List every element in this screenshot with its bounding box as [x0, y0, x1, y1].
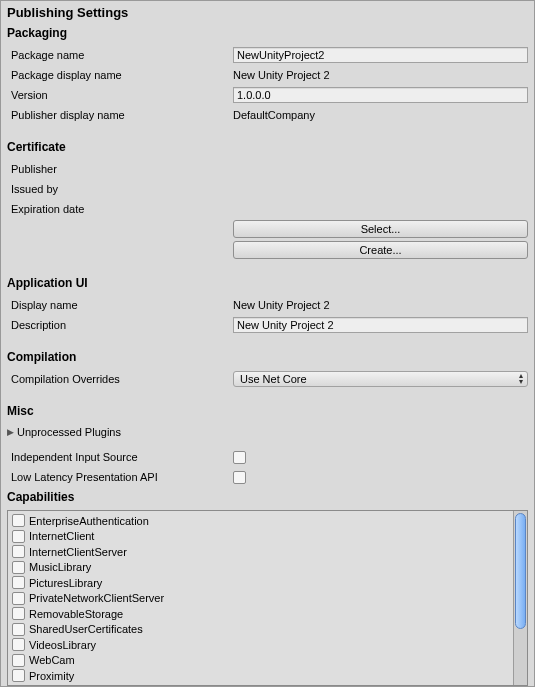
section-certificate-title: Certificate	[7, 140, 528, 154]
dropdown-arrows-icon: ▴▾	[519, 373, 523, 385]
capability-item: VideosLibrary	[12, 637, 511, 653]
cert-issued-by-label: Issued by	[7, 183, 233, 195]
capability-label: WebCam	[29, 654, 75, 666]
capability-checkbox[interactable]	[12, 561, 25, 574]
capability-item: InternetClient	[12, 529, 511, 545]
capability-item: Proximity	[12, 668, 511, 684]
version-label: Version	[7, 89, 233, 101]
capability-checkbox[interactable]	[12, 607, 25, 620]
package-display-name-label: Package display name	[7, 69, 233, 81]
capability-checkbox[interactable]	[12, 514, 25, 527]
capability-label: InternetClientServer	[29, 546, 127, 558]
appui-description-field[interactable]	[233, 317, 528, 333]
capability-label: PrivateNetworkClientServer	[29, 592, 164, 604]
version-field[interactable]	[233, 87, 528, 103]
publisher-display-name-value: DefaultCompany	[233, 109, 528, 121]
compilation-overrides-label: Compilation Overrides	[7, 373, 233, 385]
section-misc-title: Misc	[7, 404, 528, 418]
capability-checkbox[interactable]	[12, 654, 25, 667]
capability-item: PrivateNetworkClientServer	[12, 591, 511, 607]
certificate-select-button[interactable]: Select...	[233, 220, 528, 238]
independent-input-checkbox[interactable]	[233, 451, 246, 464]
panel-title: Publishing Settings	[7, 5, 528, 20]
appui-display-name-value: New Unity Project 2	[233, 299, 528, 311]
capability-checkbox[interactable]	[12, 530, 25, 543]
compilation-overrides-dropdown[interactable]: Use Net Core ▴▾	[233, 371, 528, 387]
scrollbar-thumb[interactable]	[515, 513, 526, 629]
independent-input-label: Independent Input Source	[7, 451, 233, 463]
capability-label: VideosLibrary	[29, 639, 96, 651]
package-name-label: Package name	[7, 49, 233, 61]
certificate-create-button[interactable]: Create...	[233, 241, 528, 259]
package-display-name-value: New Unity Project 2	[233, 69, 528, 81]
low-latency-checkbox[interactable]	[233, 471, 246, 484]
section-compilation-title: Compilation	[7, 350, 528, 364]
compilation-overrides-value: Use Net Core	[240, 373, 307, 385]
capability-item: EnterpriseAuthentication	[12, 513, 511, 529]
capability-label: SharedUserCertificates	[29, 623, 143, 635]
cert-expiration-label: Expiration date	[7, 203, 233, 215]
capability-label: EnterpriseAuthentication	[29, 515, 149, 527]
publisher-display-name-label: Publisher display name	[7, 109, 233, 121]
capability-item: RemovableStorage	[12, 606, 511, 622]
capability-label: MusicLibrary	[29, 561, 91, 573]
capability-checkbox[interactable]	[12, 623, 25, 636]
foldout-triangle-icon: ▶	[7, 428, 17, 437]
unprocessed-plugins-foldout[interactable]: ▶ Unprocessed Plugins	[7, 424, 528, 440]
capability-item: MusicLibrary	[12, 560, 511, 576]
capability-checkbox[interactable]	[12, 545, 25, 558]
capability-checkbox[interactable]	[12, 638, 25, 651]
capability-label: Proximity	[29, 670, 74, 682]
capabilities-list-container: EnterpriseAuthenticationInternetClientIn…	[7, 510, 528, 686]
capability-checkbox[interactable]	[12, 576, 25, 589]
unprocessed-plugins-label: Unprocessed Plugins	[17, 426, 121, 438]
cert-publisher-label: Publisher	[7, 163, 233, 175]
capabilities-scrollbar[interactable]	[513, 511, 527, 685]
appui-display-name-label: Display name	[7, 299, 233, 311]
capability-item: PicturesLibrary	[12, 575, 511, 591]
capability-label: RemovableStorage	[29, 608, 123, 620]
package-name-field[interactable]	[233, 47, 528, 63]
low-latency-label: Low Latency Presentation API	[7, 471, 233, 483]
capability-label: InternetClient	[29, 530, 94, 542]
capability-item: InternetClientServer	[12, 544, 511, 560]
section-capabilities-title: Capabilities	[7, 490, 528, 504]
capability-item: WebCam	[12, 653, 511, 669]
capability-checkbox[interactable]	[12, 592, 25, 605]
section-packaging-title: Packaging	[7, 26, 528, 40]
capability-checkbox[interactable]	[12, 669, 25, 682]
appui-description-label: Description	[7, 319, 233, 331]
capability-label: PicturesLibrary	[29, 577, 102, 589]
capabilities-list: EnterpriseAuthenticationInternetClientIn…	[8, 511, 513, 685]
section-appui-title: Application UI	[7, 276, 528, 290]
capability-item: SharedUserCertificates	[12, 622, 511, 638]
publishing-settings-panel: Publishing Settings Packaging Package na…	[0, 0, 535, 687]
